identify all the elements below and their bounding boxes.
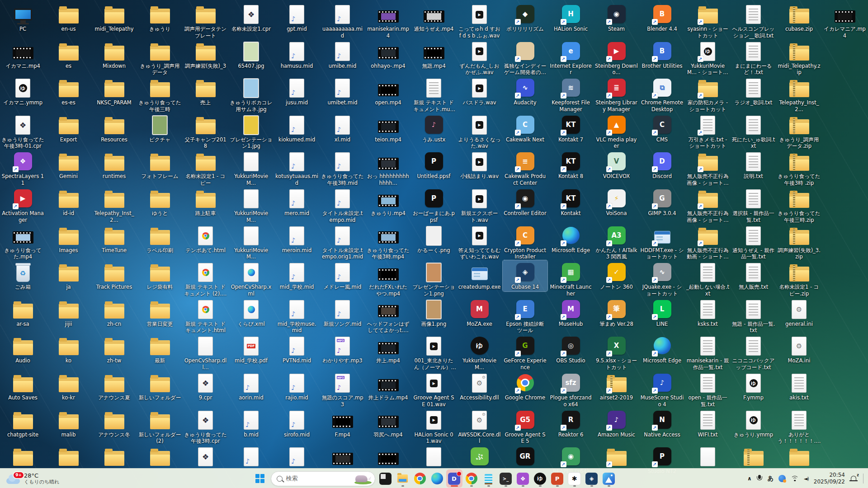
desktop-icon[interactable]: ヘルスコンプレッション__歌詞.txt — [731, 2, 776, 40]
desktop-icon[interactable]: WIFI.txt — [685, 408, 730, 439]
desktop-icon[interactable]: かるーく.png — [411, 224, 456, 255]
desktop-icon[interactable]: 無題.mp4 — [411, 39, 456, 70]
desktop-icon[interactable]: きゅうり食ってた午後三時.zip — [777, 187, 821, 224]
desktop-icon[interactable] — [777, 445, 821, 469]
taskbar-photos[interactable] — [601, 469, 617, 488]
desktop-icon[interactable]: ゆうと — [137, 187, 182, 218]
desktop-icon[interactable]: Audio — [0, 334, 45, 365]
desktop-icon[interactable]: ▲↗VLC media player — [594, 113, 639, 150]
desktop-icon[interactable]: ♪メドレー風.mid — [320, 260, 365, 291]
desktop-icon[interactable]: ♪kiokumed.mid — [274, 113, 319, 144]
desktop-icon[interactable]: きゅうり食ってた.mp4 — [0, 224, 45, 261]
desktop-icon[interactable]: きゅうり食ってた午後三時 — [137, 76, 182, 113]
desktop-icon[interactable]: 調声練習(失敗)_3 — [183, 39, 228, 70]
desktop-icon[interactable]: C↗Crypton Product Installer — [503, 224, 547, 261]
desktop-icon[interactable]: ↗孤独なインディーゲーム開発者の一生 ... — [503, 39, 547, 77]
taskbar-app-dark-square[interactable] — [377, 469, 394, 488]
desktop-icon[interactable]: ↗ — [594, 445, 639, 469]
desktop-icon[interactable]: ▶新規エクスポート.wav — [457, 187, 502, 224]
taskbar-discord[interactable]: D — [446, 469, 462, 488]
desktop-icon[interactable]: ▶小銭詰まり.wav — [457, 150, 502, 181]
desktop-icon[interactable]: ▶HALion Sonic 01.wav — [411, 408, 456, 446]
desktop-icon[interactable]: Pおーばーまにあ.ppsf — [411, 187, 456, 224]
desktop-icon[interactable]: X↗9.5.xlsx - ショートカット — [594, 334, 639, 371]
desktop-icon[interactable]: ♪ — [274, 445, 319, 469]
desktop-icon[interactable]: C↗CMS — [640, 113, 684, 144]
desktop-icon[interactable]: N↗Native Access — [640, 408, 684, 439]
volume-icon[interactable]: ◄) — [804, 476, 809, 482]
desktop-icon[interactable]: G5↗Groove Agent SE 5 — [503, 408, 547, 446]
desktop-icon[interactable]: ♪mid_学校muse.mid — [274, 297, 319, 335]
desktop-icon[interactable]: ▶001_東北きりたん（ノーマル）_今じゃ... — [411, 334, 456, 371]
desktop-icon[interactable]: ⚙MoZA.ini — [777, 334, 821, 365]
desktop-icon[interactable]: E↗Epson 接続診断ツール — [503, 297, 547, 335]
desktop-icon[interactable]: cubase.zip — [777, 2, 821, 33]
desktop-icon[interactable]: 新しいフォルダー (2) — [137, 408, 182, 446]
desktop-icon[interactable]: ar-sa — [0, 297, 45, 328]
desktop-icon[interactable]: midi_Telepathy — [92, 2, 137, 33]
desktop-icon[interactable]: 無題 - 親作品一覧.txt — [731, 297, 776, 335]
desktop-icon[interactable]: 通知うぜえ.mp4 — [411, 2, 456, 33]
desktop-icon[interactable]: V↗VOICEVOX — [594, 150, 639, 181]
desktop-icon[interactable]: ❖↗SpectraLayers 11 — [0, 150, 45, 187]
desktop-icon[interactable]: ♪hamusu.mid — [274, 39, 319, 70]
desktop-icon[interactable] — [411, 445, 456, 469]
desktop-icon[interactable]: ヘッドフォンはずしててよかっt.mp4 — [366, 297, 410, 335]
desktop-icon[interactable]: ♻ごみ箱 — [0, 260, 45, 291]
desktop-icon[interactable]: L↗LINE — [640, 297, 684, 328]
desktop-icon[interactable]: ▶Groove Agent SE 01.wav — [411, 371, 456, 408]
desktop-icon[interactable] — [685, 445, 730, 469]
desktop-icon[interactable]: B↗Blender 4.4 — [640, 2, 684, 33]
desktop-icon[interactable]: ♪rajio.mid — [274, 371, 319, 402]
desktop-icon[interactable]: 井上ドラム.mp4 — [366, 371, 410, 402]
desktop-icon[interactable]: es-es — [46, 76, 91, 107]
desktop-icon[interactable]: 新規 テキスト ドキュメント (2).html — [183, 260, 228, 298]
desktop-icon[interactable]: R↗Reaktor 6 — [548, 408, 593, 439]
desktop-icon[interactable]: だれだFXいれたやつ.mp4 — [366, 260, 410, 298]
desktop-icon[interactable]: YukkuriMovieM... — [229, 150, 274, 187]
desktop-icon[interactable]: ♪タイトル未設定.tempo.mid — [320, 187, 365, 224]
desktop-icon[interactable]: Telepathy_Inst_2... — [777, 76, 821, 113]
desktop-icon[interactable]: ❖名称未設定1.cpr — [229, 2, 274, 33]
desktop-icon[interactable]: ▶↗Steinberg Downlo... — [594, 39, 639, 77]
taskbar-yukkuri-movie-maker[interactable]: ゆ — [532, 469, 548, 488]
desktop-icon[interactable]: まにまにわーるど！.txt — [731, 39, 776, 77]
desktop-icon[interactable]: きゅうりボカコレ用サムネ.jpg — [229, 76, 274, 113]
desktop-icon[interactable]: ♪meroin.mid — [274, 224, 319, 255]
desktop-icon[interactable]: プレゼンテーション1.png — [411, 260, 456, 298]
desktop-icon[interactable]: jijii — [46, 297, 91, 328]
notification-bell-icon[interactable]: z — [850, 475, 858, 482]
desktop-icon[interactable]: YukkuriMovieM... — [229, 187, 274, 224]
desktop-icon[interactable] — [92, 445, 137, 469]
desktop-icon[interactable]: ↗Microsoft Edge — [640, 334, 684, 365]
desktop-icon[interactable]: ∿↗JQuake.exe - ショートカット — [640, 260, 684, 298]
taskbar-google-chrome[interactable] — [412, 469, 428, 488]
desktop-icon[interactable]: きゅうり食ってた午後3時.mp4 — [366, 224, 410, 261]
desktop-icon[interactable]: ゆYukkuriMovieM... — [457, 334, 502, 371]
desktop-icon[interactable]: 調声用データテンプレート — [183, 2, 228, 40]
desktop-icon[interactable]: ♪uaaaaaaaaa.mid — [320, 2, 365, 40]
desktop-icon[interactable]: _起動しない場合.txt — [685, 260, 730, 298]
desktop-icon[interactable]: Telepathy_Inst_2... — [92, 187, 137, 224]
desktop-icon[interactable]: ♪↗MuseScore Studio 4 — [640, 371, 684, 408]
desktop-icon[interactable]: ♪b.mid — [229, 408, 274, 439]
desktop-icon[interactable]: 新規 テキスト ドキュメント.html — [183, 297, 228, 335]
desktop-icon[interactable]: OpenCvSharp.dll... — [183, 334, 228, 371]
desktop-icon[interactable]: Auto Saves — [0, 371, 45, 402]
desktop-icon[interactable]: 調声練習(失敗)_3.zip — [777, 224, 821, 261]
wifi-icon[interactable] — [791, 476, 799, 482]
chevron-up-icon[interactable]: ∧ — [747, 475, 752, 482]
desktop-icon[interactable]: MMoZA.exe — [457, 297, 502, 328]
desktop-icon[interactable]: ♪うみ.ustx — [411, 113, 456, 144]
desktop-icon[interactable]: ↗家の防犯カメラ - ショートカット — [685, 76, 730, 113]
desktop-icon[interactable]: ▦↗Minecraft Launcher — [548, 260, 593, 298]
desktop-icon[interactable]: D↗Discord — [640, 150, 684, 181]
desktop-icon[interactable]: ♪mero.mid — [274, 187, 319, 218]
desktop-icon[interactable]: A3↗かんたん！AITalk 3 関西風 — [594, 224, 639, 261]
taskbar-file-explorer[interactable] — [395, 469, 411, 488]
desktop-icon[interactable] — [137, 445, 182, 469]
desktop-icon[interactable]: ♪gpt.mid — [274, 2, 319, 33]
desktop-icon[interactable]: ◉↗Controller Editor — [503, 187, 547, 218]
desktop-icon[interactable]: createdump.exe — [457, 260, 502, 291]
desktop-icon[interactable]: Resources — [92, 113, 137, 144]
